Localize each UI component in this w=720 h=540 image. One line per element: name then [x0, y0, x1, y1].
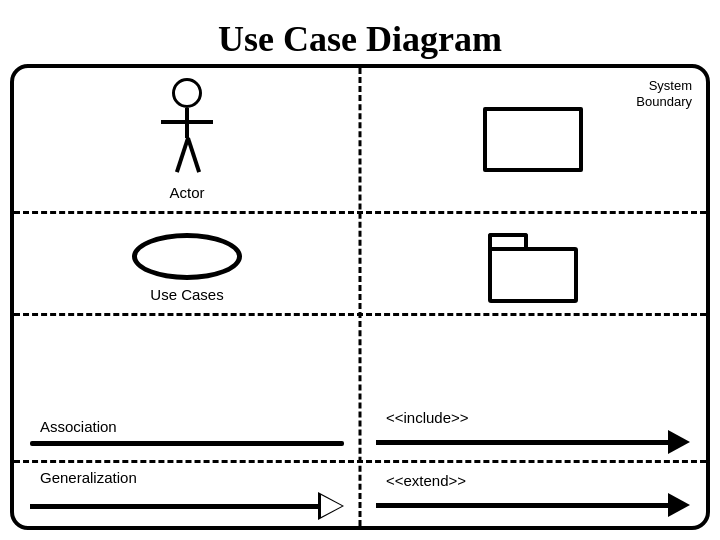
- use-case-icon: [132, 233, 242, 280]
- actor-body: [157, 108, 217, 178]
- extend-arrow: [376, 493, 690, 517]
- generalization-arrow: [30, 492, 344, 520]
- package-body: [488, 247, 578, 303]
- h-divider-2: [14, 313, 706, 316]
- extend-arrowhead: [668, 493, 690, 517]
- diagram-container: Actor System Boundary Use Cases Packages: [10, 64, 710, 530]
- cell-actor: Actor: [14, 68, 360, 211]
- actor-head: [172, 78, 202, 108]
- cell-use-cases: Use Cases: [14, 223, 360, 313]
- package-icon: [488, 233, 578, 280]
- association-line: [30, 441, 344, 446]
- h-divider-1: [14, 211, 706, 214]
- gen-arrow-line: [30, 504, 318, 509]
- cell-include: <<include>>: [360, 403, 706, 460]
- page: Use Case Diagram: [10, 10, 710, 530]
- use-cases-label: Use Cases: [150, 286, 223, 303]
- page-title: Use Case Diagram: [10, 10, 710, 64]
- include-arrow-line: [376, 440, 668, 445]
- cell-generalization: Generalization: [14, 463, 360, 526]
- extend-label: <<extend>>: [376, 472, 466, 489]
- generalization-label: Generalization: [30, 469, 137, 486]
- cell-association: Association: [14, 403, 360, 460]
- package-tab: [488, 233, 528, 247]
- system-boundary-label: System Boundary: [636, 78, 692, 109]
- cell-extend: <<extend>>: [360, 463, 706, 526]
- extend-arrow-line: [376, 503, 668, 508]
- cell-packages: Packages: [360, 223, 706, 313]
- actor-icon: [157, 78, 217, 178]
- actor-label: Actor: [169, 184, 204, 201]
- gen-arrowhead: [318, 492, 344, 520]
- include-arrowhead: [668, 430, 690, 454]
- include-label: <<include>>: [376, 409, 469, 426]
- association-label: Association: [30, 418, 117, 435]
- cell-system-boundary: System Boundary: [360, 68, 706, 211]
- boundary-box-icon: [483, 107, 583, 172]
- include-arrow: [376, 430, 690, 454]
